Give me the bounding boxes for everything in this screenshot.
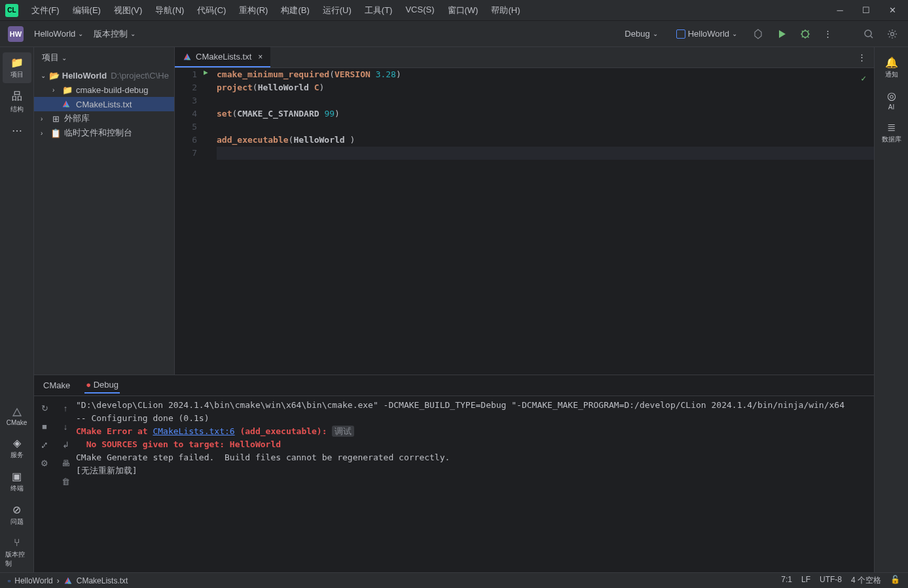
sidebar-services-label: 服务 (10, 450, 24, 460)
sidebar-terminal[interactable]: ▣ 终端 (3, 466, 31, 497)
debug-hint[interactable]: 调试 (332, 426, 354, 437)
cube-icon (676, 29, 685, 39)
chevron-down-icon: ⌄ (78, 30, 83, 37)
project-badge: HW (8, 26, 24, 42)
sidebar-problems-label: 问题 (10, 517, 24, 526)
line-ending[interactable]: LF (801, 575, 810, 586)
console-output[interactable]: "D:\develop\CLion 2024.1.4\bin\cmake\win… (76, 396, 874, 572)
build-button[interactable] (750, 26, 766, 42)
error-icon: ● (86, 380, 91, 390)
run-config-label: Debug (625, 29, 649, 39)
bottom-tab-cmake[interactable]: CMake (42, 378, 71, 393)
sidebar-cmake-label: CMake (7, 419, 27, 426)
project-dropdown[interactable]: HelloWorld ⌄ (29, 26, 88, 41)
sidebar-problems[interactable]: ⊘ 问题 (3, 500, 31, 530)
editor-tab-cmake[interactable]: CMakeLists.txt × (175, 47, 270, 67)
folder-icon: 📁 (62, 85, 73, 95)
breadcrumbs[interactable]: ▫ HelloWorld › CMakeLists.txt (8, 576, 128, 585)
menu-navigate[interactable]: 导航(N) (150, 2, 189, 19)
breadcrumb-file: CMakeLists.txt (77, 576, 128, 585)
wrap-icon[interactable]: ↲ (59, 438, 72, 451)
trash-icon[interactable]: 🗑 (59, 475, 72, 488)
folder-icon: 📁 (10, 56, 24, 69)
tab-label: CMakeLists.txt (196, 52, 251, 62)
bottom-tab-debug[interactable]: ● Debug (84, 377, 120, 394)
tab-actions[interactable]: ⋮ (850, 52, 874, 62)
settings-button[interactable] (884, 26, 900, 42)
reload-icon[interactable]: ↻ (38, 401, 51, 414)
code-content[interactable]: cmake_minimum_required(VERSION 3.28) pro… (217, 68, 874, 375)
tree-external[interactable]: › ⊞ 外部库 (34, 111, 174, 126)
sidebar-structure[interactable]: 品 结构 (3, 86, 31, 118)
project-panel-header[interactable]: 项目 ⌄ (34, 47, 174, 68)
menu-vcs[interactable]: VCS(S) (400, 2, 439, 19)
branch-icon: ⑂ (14, 537, 20, 549)
run-button[interactable] (774, 26, 790, 42)
editor[interactable]: 1234567 ▶ cmake_minimum_required(VERSION… (175, 68, 874, 375)
menu-window[interactable]: 窗口(W) (443, 2, 484, 19)
expand-icon: › (41, 115, 50, 122)
bottom-tabs: CMake ● Debug (34, 375, 874, 396)
debug-button[interactable] (797, 26, 813, 42)
sidebar-more[interactable]: ⋯ (3, 120, 31, 141)
sidebar-notifications[interactable]: 🔔 通知 (877, 52, 906, 83)
sidebar-services[interactable]: ◈ 服务 (3, 433, 31, 464)
stop-icon[interactable]: ■ (38, 420, 51, 433)
error-link[interactable]: CMakeLists.txt:6 (153, 426, 234, 436)
run-gutter-icon[interactable]: ▶ (204, 68, 217, 77)
down-icon[interactable]: ↓ (59, 420, 72, 433)
sidebar-project[interactable]: 📁 项目 (3, 52, 31, 83)
indent[interactable]: 4 个空格 (851, 575, 881, 586)
sidebar-vcs-bottom[interactable]: ⑂ 版本控制 (3, 533, 31, 572)
tree-cmake[interactable]: CMakeLists.txt (34, 97, 174, 111)
up-icon[interactable]: ↑ (59, 401, 72, 414)
menu-refactor[interactable]: 重构(R) (234, 2, 273, 19)
sidebar-cmake[interactable]: CMake (3, 403, 31, 430)
menu-run[interactable]: 运行(U) (318, 2, 357, 19)
cursor-position[interactable]: 7:1 (781, 575, 792, 586)
bottom-panel: CMake ● Debug ↻ ↑ ■ ↓ (34, 375, 874, 572)
menu-file[interactable]: 文件(F) (26, 2, 65, 19)
expand-icon: › (41, 130, 50, 137)
menu-code[interactable]: 代码(C) (192, 2, 231, 19)
vcs-label: 版本控制 (94, 28, 128, 40)
titlebar: CL 文件(F) 编辑(E) 视图(V) 导航(N) 代码(C) 重构(R) 构… (0, 0, 908, 21)
lock-icon[interactable]: 🔓 (890, 575, 900, 586)
tree-root[interactable]: ⌄ 📂 HelloWorld D:\project\C\He (34, 68, 174, 83)
maximize-button[interactable]: ☐ (856, 3, 877, 18)
menu-help[interactable]: 帮助(H) (486, 2, 525, 19)
encoding[interactable]: UTF-8 (820, 575, 842, 586)
menu-build[interactable]: 构建(B) (276, 2, 314, 19)
menu-edit[interactable]: 编辑(E) (67, 2, 106, 19)
sidebar-ai[interactable]: ◎ AI (877, 86, 906, 115)
project-tree: ⌄ 📂 HelloWorld D:\project\C\He › 📁 cmake… (34, 68, 174, 375)
sidebar-database[interactable]: ≣ 数据库 (877, 117, 906, 148)
panel-header-label: 项目 (42, 52, 59, 64)
cmake-file-icon (62, 100, 73, 109)
run-target-dropdown[interactable]: HelloWorld ⌄ (671, 26, 742, 41)
more-button[interactable]: ⋮ (821, 26, 835, 41)
tree-scratch[interactable]: › 📋 临时文件和控制台 (34, 126, 174, 140)
bottom-tab-debug-label: Debug (94, 380, 118, 390)
menu-view[interactable]: 视图(V) (109, 2, 147, 19)
run-config-dropdown[interactable]: Debug ⌄ (619, 26, 663, 41)
sidebar-structure-label: 结构 (10, 105, 24, 114)
analysis-ok-icon[interactable]: ✓ (861, 73, 866, 83)
library-icon: ⊞ (50, 114, 62, 124)
chevron-down-icon: ⌄ (732, 30, 737, 37)
search-button[interactable] (861, 26, 877, 42)
close-button[interactable]: ✕ (882, 3, 903, 18)
menu-tools[interactable]: 工具(T) (359, 2, 398, 19)
minimize-button[interactable]: ─ (829, 3, 850, 18)
close-icon[interactable]: × (258, 52, 263, 62)
print-icon[interactable]: 🖶 (59, 456, 72, 469)
vcs-dropdown[interactable]: 版本控制 ⌄ (88, 26, 141, 43)
filter-icon[interactable]: ⑇ (38, 438, 51, 451)
sidebar-ai-label: AI (888, 103, 894, 111)
bell-icon: 🔔 (885, 56, 898, 69)
cmake-file-icon (183, 52, 192, 62)
settings-icon[interactable]: ⚙ (38, 456, 51, 469)
chevron-down-icon: ⌄ (130, 30, 136, 37)
more-icon: ⋯ (12, 124, 22, 137)
tree-build[interactable]: › 📁 cmake-build-debug (34, 83, 174, 97)
